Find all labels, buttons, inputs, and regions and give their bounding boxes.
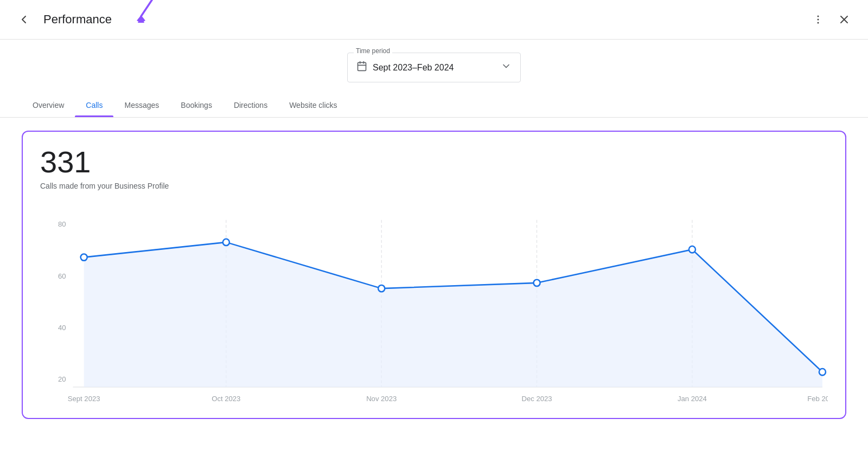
tab-website-clicks[interactable]: Website clicks [278, 93, 348, 117]
svg-point-25 [819, 369, 826, 375]
svg-point-23 [534, 280, 540, 286]
svg-point-24 [689, 246, 695, 253]
svg-text:Sept 2023: Sept 2023 [68, 394, 100, 402]
back-button[interactable] [13, 9, 35, 30]
header-right [807, 9, 855, 30]
svg-text:Jan 2024: Jan 2024 [678, 394, 707, 402]
svg-rect-5 [358, 62, 366, 70]
calls-description: Calls made from your Business Profile [40, 182, 828, 190]
svg-text:Dec 2023: Dec 2023 [522, 394, 552, 402]
header-left: Performance [13, 9, 112, 30]
page-title: Performance [43, 12, 112, 27]
svg-text:40: 40 [58, 324, 66, 332]
header: Performance [0, 0, 868, 40]
tab-messages[interactable]: Messages [113, 93, 170, 117]
tab-calls[interactable]: Calls [75, 93, 113, 117]
main-content: 331 Calls made from your Business Profil… [0, 118, 868, 432]
time-period-label: Time period [354, 47, 392, 55]
chart-area: 80 60 40 20 [40, 203, 828, 409]
tabs-container: Overview Calls Messages Bookings Directi… [0, 93, 868, 118]
svg-text:60: 60 [58, 272, 66, 280]
tab-overview[interactable]: Overview [22, 93, 75, 117]
chart-card: 331 Calls made from your Business Profil… [22, 131, 846, 419]
svg-point-20 [81, 254, 87, 260]
svg-marker-19 [84, 242, 822, 387]
svg-text:Feb 2024: Feb 2024 [807, 394, 828, 402]
svg-point-22 [378, 285, 385, 292]
svg-point-1 [818, 19, 819, 21]
svg-point-0 [818, 16, 819, 17]
tab-directions[interactable]: Directions [223, 93, 278, 117]
time-period-select[interactable]: Sept 2023–Feb 2024 [347, 53, 521, 82]
time-period-section: Time period Sept 2023–Feb 2024 [0, 40, 868, 82]
tab-bookings[interactable]: Bookings [170, 93, 223, 117]
svg-text:20: 20 [58, 375, 66, 383]
calls-total: 331 [40, 147, 828, 177]
time-period-wrapper: Time period Sept 2023–Feb 2024 [347, 53, 521, 82]
time-period-value: Sept 2023–Feb 2024 [373, 63, 495, 73]
close-button[interactable] [833, 9, 855, 30]
calendar-icon [356, 61, 367, 74]
line-chart-svg: 80 60 40 20 [40, 203, 828, 409]
svg-text:Oct 2023: Oct 2023 [212, 394, 240, 402]
more-options-button[interactable] [807, 9, 829, 30]
svg-point-2 [818, 22, 819, 24]
svg-point-21 [223, 239, 229, 246]
svg-text:Nov 2023: Nov 2023 [366, 394, 397, 402]
chevron-down-icon [501, 61, 512, 74]
svg-text:80: 80 [58, 220, 66, 228]
